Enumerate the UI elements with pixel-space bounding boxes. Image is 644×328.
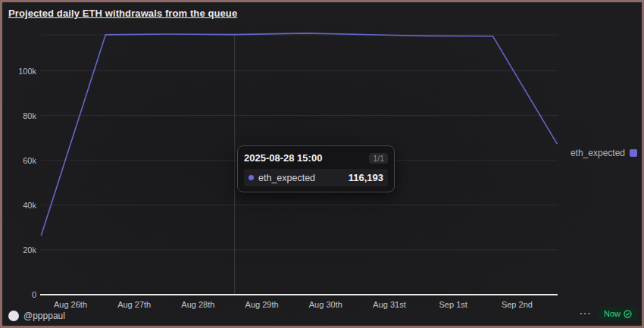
refresh-status-label: Now — [604, 309, 621, 318]
tooltip-page-indicator: 1/1 — [369, 153, 388, 164]
x-tick-label: Aug 26th — [54, 300, 87, 309]
series-dot-icon — [249, 175, 254, 180]
chart-tooltip: 2025-08-28 15:00 1/1 eth_expected 116,19… — [237, 145, 395, 192]
x-tick-label: Aug 28th — [181, 300, 214, 309]
check-circle-icon — [624, 310, 632, 318]
tooltip-series-row: eth_expected 116,193 — [244, 169, 388, 186]
x-tick-label: Aug 30th — [309, 300, 342, 309]
legend-label: eth_expected — [571, 148, 625, 158]
author-link[interactable]: @ppppaul — [8, 311, 65, 321]
refresh-status-badge[interactable]: Now — [599, 307, 637, 320]
tooltip-timestamp: 2025-08-28 15:00 — [244, 152, 322, 164]
x-tick-label: Aug 31st — [373, 300, 405, 309]
y-tick-label: 80k — [2, 111, 36, 120]
x-tick-label: Aug 27th — [117, 300, 151, 309]
legend-item-eth-expected[interactable]: eth_expected — [571, 148, 637, 158]
y-tick-label: 20k — [2, 245, 36, 255]
x-tick-label: Sep 2nd — [502, 300, 533, 309]
y-tick-label: 60k — [2, 156, 36, 165]
y-tick-label: 0 — [2, 290, 36, 299]
tooltip-value: 116,193 — [349, 172, 383, 183]
author-handle: @ppppaul — [23, 311, 65, 321]
more-options-button[interactable]: ··· — [580, 310, 592, 317]
tooltip-series-label: eth_expected — [258, 173, 315, 183]
x-tick-label: Sep 1st — [439, 300, 467, 309]
y-tick-label: 100k — [2, 67, 36, 76]
y-tick-label: 40k — [2, 201, 36, 210]
chart-card: Projected daily ETH withdrawals from the… — [0, 0, 644, 328]
author-avatar — [8, 311, 19, 321]
x-tick-label: Aug 29th — [245, 300, 279, 309]
legend-swatch-icon — [630, 149, 637, 157]
